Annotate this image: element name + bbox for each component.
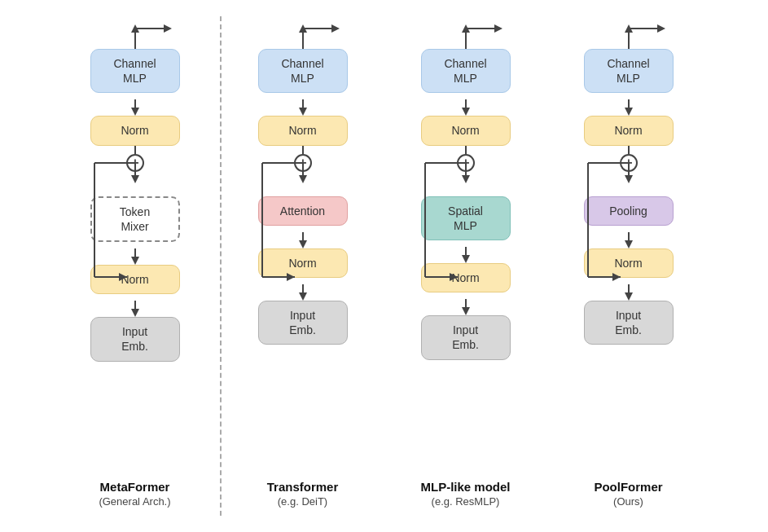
- mlp-like-inner: ChannelMLP Norm +: [413, 24, 519, 470]
- svg-marker-60: [657, 24, 665, 33]
- svg-marker-22: [331, 24, 340, 33]
- norm-bottom-mlp-like: Norm: [421, 263, 511, 292]
- token-mixer-block: TokenMixer: [90, 196, 180, 242]
- metaformer-label: MetaFormer (General Arch.): [99, 480, 170, 508]
- metaformer-inner: ChannelMLP Norm +: [82, 24, 188, 470]
- norm-top-poolformer: Norm: [584, 116, 674, 145]
- svg-marker-16: [131, 257, 139, 265]
- spatial-mlp-block: SpatialMLP: [421, 196, 511, 240]
- pooling-block: Pooling: [584, 196, 674, 226]
- channel-mlp-transformer: ChannelMLP: [258, 49, 348, 93]
- input-emb-metaformer: InputEmb.: [90, 317, 180, 361]
- svg-marker-3: [164, 24, 172, 33]
- norm-top-transformer: Norm: [258, 116, 348, 145]
- column-transformer: ChannelMLP Norm +: [222, 16, 384, 516]
- norm-bottom-metaformer: Norm: [90, 265, 180, 294]
- svg-marker-35: [299, 240, 307, 248]
- transformer-label: Transformer (e.g. DeiT): [267, 480, 339, 508]
- svg-marker-73: [625, 240, 633, 248]
- svg-marker-54: [462, 255, 470, 263]
- poolformer-inner: ChannelMLP Norm +: [576, 24, 682, 470]
- svg-marker-18: [131, 309, 139, 317]
- norm-top-metaformer: Norm: [90, 116, 180, 145]
- svg-marker-33: [299, 175, 307, 183]
- svg-marker-37: [299, 292, 307, 301]
- svg-marker-5: [131, 108, 139, 116]
- svg-marker-71: [625, 175, 633, 183]
- svg-marker-41: [494, 24, 502, 33]
- svg-marker-75: [625, 292, 633, 301]
- svg-marker-56: [462, 307, 470, 315]
- column-poolformer: ChannelMLP Norm +: [547, 16, 710, 516]
- input-emb-mlp-like: InputEmb.: [421, 315, 511, 359]
- channel-mlp-mlp-like: ChannelMLP: [421, 49, 511, 93]
- svg-marker-14: [131, 175, 139, 183]
- norm-top-mlp-like: Norm: [421, 116, 511, 145]
- svg-marker-62: [625, 108, 633, 116]
- poolformer-label: PoolFormer (Ours): [594, 480, 662, 508]
- attention-block: Attention: [258, 196, 348, 226]
- input-emb-transformer: InputEmb.: [258, 301, 348, 345]
- transformer-inner: ChannelMLP Norm +: [250, 24, 356, 470]
- mlp-like-label: MLP-like model (e.g. ResMLP): [420, 480, 510, 508]
- input-emb-poolformer: InputEmb.: [584, 301, 674, 345]
- channel-mlp-poolformer: ChannelMLP: [584, 49, 674, 93]
- column-metaformer: ChannelMLP Norm +: [59, 16, 222, 516]
- svg-marker-43: [462, 108, 470, 116]
- norm-bottom-poolformer: Norm: [584, 248, 674, 278]
- diagram-container: ChannelMLP Norm +: [0, 0, 768, 532]
- column-mlp-like: ChannelMLP Norm +: [384, 16, 547, 516]
- channel-mlp-block-metaformer: ChannelMLP: [90, 49, 180, 93]
- norm-bottom-transformer: Norm: [258, 248, 348, 278]
- svg-marker-24: [299, 108, 307, 116]
- svg-marker-52: [462, 175, 470, 183]
